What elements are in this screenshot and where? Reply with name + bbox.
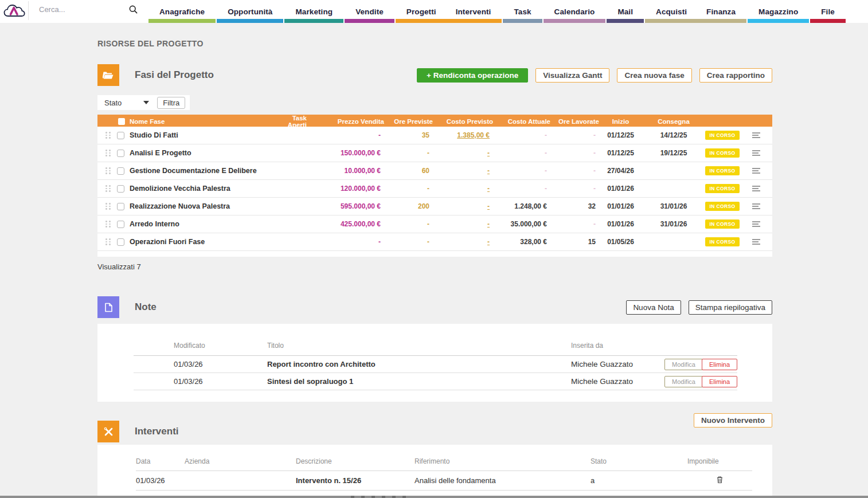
select-all-checkbox[interactable] [118, 118, 125, 125]
stato-dropdown-label: Stato [104, 99, 122, 107]
prezzo-vendita-value: 595.000,00 € [307, 202, 384, 210]
column-header-stato: Stato [591, 457, 687, 465]
costo-attuale-value: 35.000,00 € [493, 220, 550, 228]
stato-dropdown[interactable]: Stato Filtra [97, 95, 190, 110]
costo-attuale-value: - [493, 149, 550, 157]
modifica-button[interactable]: Modifica [664, 359, 703, 370]
row-menu-icon[interactable] [752, 239, 760, 245]
drag-handle-icon[interactable] [105, 132, 111, 139]
note-document-icon [97, 296, 119, 318]
drag-handle-icon[interactable] [105, 185, 111, 192]
nav-item-task[interactable]: Task [504, 2, 541, 21]
nav-item-interventi[interactable]: Interventi [446, 2, 501, 21]
costo-previsto-link[interactable]: - [433, 202, 493, 210]
column-header-titolo: Titolo [267, 342, 571, 350]
nuova-nota-button[interactable]: Nuova Nota [626, 300, 681, 315]
drag-handle-icon[interactable] [105, 203, 111, 210]
fase-name: Analisi E Progetto [127, 149, 272, 157]
nav-color-bar [810, 19, 846, 23]
stampa-riepilogativa-button[interactable]: Stampa riepilogativa [689, 300, 772, 315]
fasi-table-header: Nome FaseTask ApertiPrezzo VenditaOre Pr… [97, 115, 772, 127]
drag-handle-icon[interactable] [105, 238, 111, 245]
crea-nuova-fase-button[interactable]: Crea nuova fase [617, 68, 691, 83]
column-header-task-aperti: Task Aperti [272, 115, 307, 128]
fase-name: Studio Di Fatti [127, 131, 272, 139]
elimina-cell: Elimina [702, 359, 737, 370]
row-checkbox[interactable] [117, 203, 124, 210]
modifica-cell: Modifica [664, 376, 702, 387]
costo-attuale-value: 1.248,00 € [493, 202, 550, 210]
nav-item-marketing[interactable]: Marketing [286, 2, 342, 21]
nav-group: Vendite [345, 0, 394, 23]
drag-handle-icon[interactable] [105, 221, 111, 228]
row-checkbox[interactable] [117, 167, 124, 175]
nav-item-vendite[interactable]: Vendite [346, 2, 393, 21]
nav-color-bar [396, 19, 502, 23]
nuovo-intervento-button[interactable]: Nuovo Intervento [694, 413, 772, 428]
nav-group: Anagrafiche [148, 0, 216, 23]
costo-previsto-link[interactable]: - [433, 185, 493, 193]
intervento-descrizione: Intervento n. 15/26 [296, 476, 415, 485]
row-menu-icon[interactable] [752, 221, 760, 227]
costo-previsto-link[interactable]: 1.385,00 € [433, 131, 493, 139]
nav-item-magazzino[interactable]: Magazzino [749, 2, 808, 21]
row-menu-icon[interactable] [752, 132, 760, 138]
costo-previsto-link[interactable]: - [433, 238, 493, 246]
inizio-value: 01/05/26 [599, 238, 642, 246]
rendiconta-operazione-button[interactable]: + Rendiconta operazione [417, 68, 528, 83]
search-icon[interactable] [129, 5, 138, 14]
crea-rapportino-button[interactable]: Crea rapportino [699, 68, 772, 83]
elimina-button[interactable]: Elimina [702, 359, 737, 370]
nav-group: Marketing [284, 0, 343, 23]
visualizza-gantt-button[interactable]: Visualizza Gantt [535, 68, 609, 83]
costo-attuale-value: - [493, 167, 550, 175]
nav-item-acquisti[interactable]: Acquisti [646, 2, 697, 21]
costo-previsto-link[interactable]: - [433, 220, 493, 228]
status-badge-cell: IN CORSO [705, 237, 740, 246]
trash-icon[interactable] [716, 476, 724, 485]
row-menu-icon[interactable] [752, 150, 760, 156]
ore-lavorate-value: - [550, 149, 599, 157]
row-menu-cell [740, 131, 772, 139]
status-badge-cell: IN CORSO [705, 148, 740, 158]
nota-inserita-da: Michele Guazzato [571, 360, 664, 368]
row-checkbox[interactable] [117, 150, 124, 157]
nav-item-anagrafiche[interactable]: Anagrafiche [150, 2, 214, 21]
row-menu-icon[interactable] [752, 168, 760, 174]
row-menu-icon[interactable] [752, 203, 760, 209]
nav-item-calendario[interactable]: Calendario [545, 2, 605, 21]
nav-item-progetti[interactable]: Progetti [397, 2, 446, 21]
row-checkbox[interactable] [117, 185, 124, 193]
nav-group: AcquistiFinanza [645, 0, 746, 23]
costo-previsto-link[interactable]: - [433, 167, 493, 175]
row-checkbox[interactable] [117, 132, 124, 139]
drag-handle-icon[interactable] [105, 167, 111, 174]
row-menu-icon[interactable] [752, 186, 760, 191]
fasi-section-title: Fasi del Progetto [135, 69, 214, 81]
app-logo[interactable] [0, 1, 29, 20]
row-checkbox[interactable] [117, 221, 124, 228]
costo-previsto-link[interactable]: - [433, 149, 493, 157]
nav-item-file[interactable]: File [811, 2, 844, 21]
filtra-button[interactable]: Filtra [157, 97, 185, 109]
table-row: Gestione Documentazione E Delibere10.000… [97, 162, 772, 180]
status-badge: IN CORSO [705, 184, 739, 193]
elimina-cell: Elimina [702, 376, 737, 387]
nav-item-mail[interactable]: Mail [608, 2, 643, 21]
nav-color-bar [607, 19, 644, 23]
column-header-inserita-da: Inserita da [571, 342, 664, 350]
row-checkbox[interactable] [117, 238, 124, 246]
search-input[interactable] [39, 5, 105, 14]
nav-item-opportunità[interactable]: Opportunità [218, 2, 282, 21]
ore-previste-value: - [384, 149, 433, 157]
status-badge-cell: IN CORSO [705, 202, 740, 211]
column-header-prezzo-vendita: Prezzo Vendita [307, 118, 384, 125]
nota-titolo: Report incontro con Architetto [267, 360, 571, 368]
nav-item-finanza[interactable]: Finanza [697, 2, 745, 21]
consegna-value: 31/01/26 [642, 202, 705, 210]
drag-handle-icon[interactable] [105, 150, 111, 156]
nav-color-bar [217, 19, 283, 23]
elimina-button[interactable]: Elimina [702, 376, 737, 387]
table-row: Arredo Interno425.000,00 €--35.000,00 €-… [97, 215, 772, 233]
modifica-button[interactable]: Modifica [664, 376, 703, 387]
